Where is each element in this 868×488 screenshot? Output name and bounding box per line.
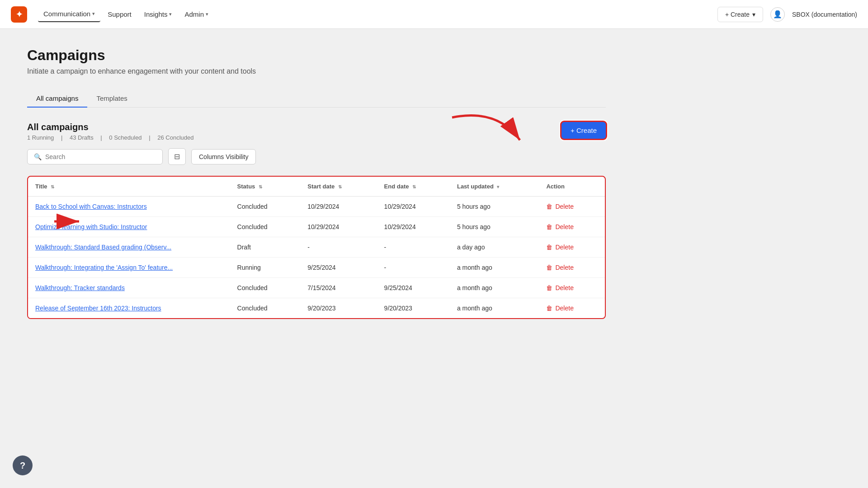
stat-scheduled: 0 Scheduled (109, 134, 142, 141)
delete-label-5: Delete (555, 305, 573, 312)
delete-button-4[interactable]: 🗑 Delete (546, 284, 573, 291)
stat-running: 1 Running (27, 134, 54, 141)
trash-icon-2: 🗑 (546, 244, 552, 251)
nav-create-chevron: ▾ (752, 11, 755, 18)
cell-updated-3: a month ago (450, 258, 539, 278)
nav-create-button[interactable]: + Create ▾ (717, 7, 763, 22)
col-header-title[interactable]: Title ⇅ (28, 177, 230, 197)
tabs: All campaigns Templates (27, 90, 606, 108)
page-title: Campaigns (27, 47, 606, 64)
cell-end-3: - (377, 258, 450, 278)
nav-links: Communication ▾ Support Insights ▾ Admin… (38, 6, 717, 22)
col-header-start-date[interactable]: Start date ⇅ (300, 177, 377, 197)
col-updated-label: Last updated (457, 183, 494, 190)
cell-action-4: 🗑 Delete (539, 278, 605, 298)
cell-updated-2: a day ago (450, 237, 539, 258)
cell-action-2: 🗑 Delete (539, 237, 605, 258)
campaign-link-3[interactable]: Walkthrough: Integrating the 'Assign To'… (35, 264, 173, 271)
delete-button-1[interactable]: 🗑 Delete (546, 223, 573, 230)
col-updated-sort-icon: ▾ (497, 184, 499, 189)
create-btn-label: + Create (571, 127, 597, 134)
cell-start-0: 10/29/2024 (300, 197, 377, 217)
nav-create-label: + Create (725, 11, 750, 18)
cell-title-5: Release of September 16th 2023: Instruct… (28, 298, 230, 319)
col-header-end-date[interactable]: End date ⇅ (377, 177, 450, 197)
logo[interactable]: ✦ (11, 6, 27, 23)
table-row: Walkthrough: Tracker standards Concluded… (28, 278, 605, 298)
col-status-sort-icon: ⇅ (259, 184, 262, 189)
user-avatar-icon: 👤 (773, 10, 782, 19)
col-start-sort-icon: ⇅ (338, 184, 342, 189)
nav-admin-chevron: ▾ (206, 11, 208, 17)
cell-start-4: 7/15/2024 (300, 278, 377, 298)
campaign-link-0[interactable]: Back to School with Canvas: Instructors (35, 203, 147, 210)
delete-label-1: Delete (555, 223, 573, 230)
cell-action-1: 🗑 Delete (539, 217, 605, 237)
table-row: Walkthrough: Standard Based grading (Obs… (28, 237, 605, 258)
main-content: Campaigns Initiate a campaign to enhance… (0, 29, 633, 337)
columns-visibility-label: Columns Visibility (199, 153, 248, 160)
trash-icon-3: 🗑 (546, 264, 552, 271)
col-status-label: Status (237, 183, 255, 190)
navbar: ✦ Communication ▾ Support Insights ▾ Adm… (0, 0, 868, 29)
table-row: Back to School with Canvas: Instructors … (28, 197, 605, 217)
delete-button-3[interactable]: 🗑 Delete (546, 264, 573, 271)
search-input[interactable] (45, 153, 156, 160)
table-row: Release of September 16th 2023: Instruct… (28, 298, 605, 319)
col-header-last-updated[interactable]: Last updated ▾ (450, 177, 539, 197)
user-icon[interactable]: 👤 (770, 7, 785, 22)
tab-templates[interactable]: Templates (87, 90, 136, 108)
section-header: All campaigns 1 Running | 43 Drafts | 0 … (27, 122, 606, 141)
delete-button-0[interactable]: 🗑 Delete (546, 203, 573, 210)
cell-action-0: 🗑 Delete (539, 197, 605, 217)
cell-status-2: Draft (230, 237, 301, 258)
cell-status-4: Concluded (230, 278, 301, 298)
trash-icon-0: 🗑 (546, 203, 552, 210)
campaigns-table: Title ⇅ Status ⇅ Start date ⇅ End date ⇅ (28, 177, 605, 318)
cell-updated-0: 5 hours ago (450, 197, 539, 217)
campaign-link-2[interactable]: Walkthrough: Standard Based grading (Obs… (35, 244, 171, 251)
campaign-link-1[interactable]: Optimize learning with Studio: Instructo… (35, 223, 147, 230)
nav-admin-label: Admin (184, 10, 204, 18)
nav-support[interactable]: Support (102, 7, 137, 22)
stat-drafts: 43 Drafts (70, 134, 94, 141)
cell-updated-1: 5 hours ago (450, 217, 539, 237)
filter-icon: ⊟ (174, 153, 180, 160)
logo-icon: ✦ (16, 9, 23, 19)
nav-communication[interactable]: Communication ▾ (38, 6, 100, 22)
col-start-label: Start date (307, 183, 335, 190)
trash-icon-4: 🗑 (546, 284, 552, 291)
columns-visibility-button[interactable]: Columns Visibility (191, 149, 256, 164)
delete-button-2[interactable]: 🗑 Delete (546, 244, 573, 251)
stat-separator-2: | (100, 134, 102, 141)
col-header-status[interactable]: Status ⇅ (230, 177, 301, 197)
filter-button[interactable]: ⊟ (168, 148, 186, 165)
toolbar: 🔍 ⊟ Columns Visibility (27, 148, 606, 165)
campaigns-table-wrap: Title ⇅ Status ⇅ Start date ⇅ End date ⇅ (27, 176, 606, 319)
col-action-label: Action (546, 183, 564, 190)
nav-communication-chevron: ▾ (92, 11, 95, 17)
nav-insights-label: Insights (144, 10, 168, 18)
nav-insights[interactable]: Insights ▾ (139, 7, 178, 22)
section-info: All campaigns 1 Running | 43 Drafts | 0 … (27, 122, 196, 141)
campaign-link-4[interactable]: Walkthrough: Tracker standards (35, 284, 125, 291)
delete-button-5[interactable]: 🗑 Delete (546, 305, 573, 312)
campaign-link-5[interactable]: Release of September 16th 2023: Instruct… (35, 305, 161, 312)
cell-end-5: 9/20/2023 (377, 298, 450, 319)
cell-action-3: 🗑 Delete (539, 258, 605, 278)
nav-insights-chevron: ▾ (169, 11, 172, 17)
nav-admin[interactable]: Admin ▾ (179, 7, 214, 22)
cell-title-4: Walkthrough: Tracker standards (28, 278, 230, 298)
section-meta: 1 Running | 43 Drafts | 0 Scheduled | 26… (27, 134, 196, 141)
stat-concluded: 26 Concluded (157, 134, 193, 141)
cell-title-1: Optimize learning with Studio: Instructo… (28, 217, 230, 237)
tab-all-campaigns[interactable]: All campaigns (27, 90, 87, 108)
cell-start-2: - (300, 237, 377, 258)
cell-end-4: 9/25/2024 (377, 278, 450, 298)
section-title: All campaigns (27, 122, 196, 132)
col-title-label: Title (35, 183, 47, 190)
cell-title-0: Back to School with Canvas: Instructors (28, 197, 230, 217)
cell-end-1: 10/29/2024 (377, 217, 450, 237)
cell-status-0: Concluded (230, 197, 301, 217)
create-campaign-button[interactable]: + Create (561, 122, 606, 139)
